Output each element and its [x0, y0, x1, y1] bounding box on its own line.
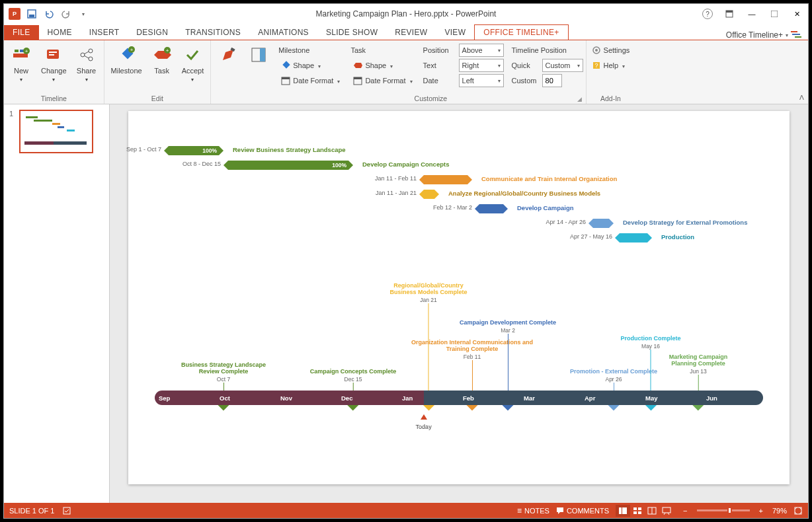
- maximize-icon[interactable]: [763, 6, 786, 22]
- zoom-slider[interactable]: [697, 509, 750, 511]
- milestone-dateformat-button[interactable]: Date Format: [278, 73, 343, 88]
- normal-view-icon[interactable]: [616, 505, 630, 517]
- milestone-title: Business Strategy Landscape Review Compl…: [181, 362, 266, 375]
- slide-canvas[interactable]: Sep 1 - Oct 7100%Review Business Strateg…: [128, 111, 790, 484]
- date-label: Date: [423, 77, 456, 85]
- slide-thumbnails-panel[interactable]: 1: [4, 104, 110, 503]
- task-label: Production: [661, 233, 694, 241]
- share-button[interactable]: Share▾: [72, 43, 101, 85]
- svg-rect-5: [791, 31, 797, 32]
- redo-icon[interactable]: [58, 6, 74, 22]
- task-bar[interactable]: [419, 175, 472, 184]
- accept-button[interactable]: Accept▾: [178, 43, 208, 85]
- tabs-right-caret-icon[interactable]: ▾: [786, 32, 788, 38]
- slide-thumbnail-1[interactable]: [19, 110, 93, 153]
- new-button[interactable]: + New▾: [7, 43, 36, 85]
- ribbon-display-icon[interactable]: [718, 6, 741, 22]
- task-row: Apr 27 - May 16Production: [155, 231, 763, 244]
- svg-rect-35: [354, 77, 362, 79]
- svg-rect-42: [52, 123, 60, 125]
- svg-rect-29: [260, 48, 265, 61]
- task-bar[interactable]: [615, 233, 652, 242]
- tab-file[interactable]: FILE: [4, 25, 39, 40]
- tab-view[interactable]: VIEW: [436, 25, 474, 40]
- milestone-date: May 16: [620, 343, 680, 350]
- task-row: Feb 12 - Mar 2Develop Campaign: [155, 202, 763, 215]
- fit-slide-icon[interactable]: [793, 506, 803, 515]
- tab-design[interactable]: DESIGN: [128, 25, 177, 40]
- comments-button[interactable]: COMMENTS: [556, 507, 609, 515]
- milestone-shape-button[interactable]: Shape: [278, 58, 343, 73]
- task-row: Jan 11 - Feb 11Communicate and Train Int…: [155, 173, 763, 186]
- text-select[interactable]: Right: [459, 59, 504, 72]
- zoom-in-icon[interactable]: +: [756, 507, 766, 515]
- text-label: Text: [423, 61, 456, 69]
- spellcheck-icon[interactable]: [62, 506, 71, 515]
- collapse-ribbon-icon[interactable]: ᐱ: [799, 94, 804, 101]
- milestone-button[interactable]: + Milestone: [107, 43, 146, 76]
- tab-transitions[interactable]: TRANSITIONS: [177, 25, 249, 40]
- undo-icon[interactable]: [41, 6, 57, 22]
- task-shape-button[interactable]: Shape: [350, 58, 415, 73]
- change-button[interactable]: Change▾: [37, 43, 71, 85]
- svg-line-19: [84, 52, 89, 54]
- minimize-icon[interactable]: —: [741, 6, 763, 22]
- svg-rect-15: [49, 54, 54, 56]
- tab-home[interactable]: HOME: [39, 25, 81, 40]
- close-icon[interactable]: ✕: [786, 6, 808, 22]
- save-icon[interactable]: [24, 6, 40, 22]
- svg-rect-51: [638, 507, 641, 510]
- statusbar: SLIDE 1 OF 1 ≡NOTES COMMENTS − + 79%: [4, 503, 808, 518]
- task-bar[interactable]: [589, 219, 614, 228]
- timeline-month: Oct: [216, 391, 276, 405]
- help-button[interactable]: ?Help: [589, 58, 633, 73]
- custom-input[interactable]: [542, 74, 562, 87]
- settings-button[interactable]: Settings: [589, 43, 633, 57]
- date-select[interactable]: Left: [459, 74, 504, 87]
- tabs-right-label[interactable]: Office Timeline+: [726, 30, 783, 40]
- task-label: Develop Campaign Concepts: [362, 161, 449, 168]
- dialog-launcher-icon[interactable]: ◢: [577, 96, 582, 102]
- reading-view-icon[interactable]: [645, 505, 659, 517]
- quick-select[interactable]: Custom: [542, 59, 583, 72]
- slideshow-view-icon[interactable]: [659, 505, 674, 517]
- help-icon[interactable]: ?: [702, 9, 713, 19]
- style-button[interactable]: [214, 43, 243, 68]
- notes-button[interactable]: ≡NOTES: [517, 506, 549, 515]
- svg-rect-9: [15, 50, 19, 52]
- slide-editor-area[interactable]: Sep 1 - Oct 7100%Review Business Strateg…: [110, 104, 808, 503]
- taskpane-button[interactable]: [244, 43, 273, 68]
- svg-rect-6: [792, 34, 800, 35]
- task-row: Oct 8 - Dec 15100%Develop Campaign Conce…: [155, 159, 763, 172]
- task-dates: Apr 27 - May 16: [570, 233, 612, 240]
- task-dateformat-button[interactable]: Date Format: [350, 73, 415, 88]
- tab-animations[interactable]: ANIMATIONS: [249, 25, 317, 40]
- task-dates: Jan 11 - Jan 21: [376, 190, 417, 196]
- timeline-month: Feb: [459, 391, 520, 405]
- app-icon[interactable]: P: [7, 6, 22, 22]
- tab-review[interactable]: REVIEW: [386, 25, 436, 40]
- tabs-right-gantt-icon[interactable]: [791, 30, 803, 40]
- svg-rect-1: [29, 15, 34, 17]
- zoom-out-icon[interactable]: −: [680, 507, 690, 515]
- task-bar[interactable]: 100%: [223, 161, 353, 170]
- svg-point-17: [89, 49, 93, 53]
- qat-customize-icon[interactable]: ▾: [75, 6, 91, 22]
- tab-slideshow[interactable]: SLIDE SHOW: [317, 25, 386, 40]
- svg-rect-41: [34, 120, 52, 122]
- timeline-graphic: Sep 1 - Oct 7100%Review Business Strateg…: [155, 144, 763, 458]
- task-button[interactable]: + Task: [147, 43, 177, 76]
- position-select[interactable]: Above: [459, 44, 504, 57]
- zoom-level-label[interactable]: 79%: [772, 507, 787, 515]
- task-bar[interactable]: [419, 190, 439, 199]
- quick-access-toolbar: P ▾: [4, 6, 91, 22]
- sorter-view-icon[interactable]: [630, 505, 645, 517]
- task-section-label: Task: [350, 43, 415, 57]
- svg-rect-3: [726, 11, 733, 13]
- svg-rect-32: [282, 77, 290, 79]
- tab-insert[interactable]: INSERT: [81, 25, 128, 40]
- task-bar[interactable]: [475, 204, 508, 213]
- task-bar[interactable]: 100%: [164, 146, 223, 155]
- thumb-index: 1: [9, 110, 13, 118]
- tab-office-timeline[interactable]: OFFICE TIMELINE+: [474, 24, 568, 40]
